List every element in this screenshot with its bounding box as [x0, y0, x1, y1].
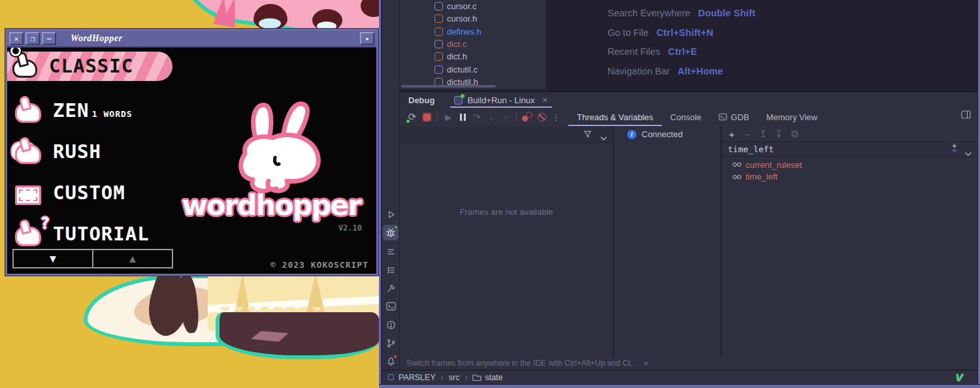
build-hammer-icon[interactable]	[383, 280, 399, 296]
shortcut-keys: Ctrl+E	[668, 46, 697, 57]
variables-pane: i Connected	[614, 126, 721, 357]
mute-breakpoints-icon[interactable]	[534, 110, 549, 124]
pause-icon[interactable]	[455, 110, 470, 124]
problems-icon[interactable]	[383, 317, 399, 332]
structure-icon[interactable]	[383, 244, 399, 259]
add-to-watches-icon[interactable]: +∞	[953, 143, 956, 153]
watch-item[interactable]: time_left	[722, 171, 977, 184]
view-breakpoints-icon[interactable]	[520, 110, 534, 124]
file-type-icon	[434, 14, 443, 23]
breadcrumb-project[interactable]: PARSLEY	[399, 373, 436, 382]
add-icon[interactable]: +	[725, 127, 739, 141]
session-tab-label: Build+Run - Linux	[467, 95, 534, 105]
close-icon[interactable]: ✕	[644, 360, 649, 367]
stop-icon[interactable]	[419, 110, 434, 124]
watch-glasses-icon	[732, 174, 742, 180]
shortcut-hint-row: Recent Files Ctrl+E	[608, 46, 755, 57]
menu-item-label: TUTORIAL	[53, 223, 150, 245]
debugger-view-tab[interactable]: Memory View	[758, 108, 826, 126]
restore-icon[interactable]: ❐	[25, 32, 40, 45]
shortcut-hint-row: Navigation Bar Alt+Home	[608, 66, 755, 76]
copyright-label: © 2023 KOKOSCRIPT	[270, 260, 368, 270]
shortcut-label: Go to File	[608, 27, 649, 38]
notifications-bell-icon[interactable]	[383, 353, 399, 369]
tree-file-item[interactable]: cursor.c	[400, 0, 546, 12]
down-arrow-icon: ▼	[48, 253, 59, 265]
hint-text: Switch frames from anywhere in the IDE w…	[406, 359, 637, 368]
terminal-icon[interactable]	[383, 299, 399, 314]
move-down-icon[interactable]: ↧	[772, 127, 786, 141]
bunny-mascot-icon	[206, 97, 336, 195]
watches-toolbar: + − ↥ ↧ ⧉	[725, 126, 802, 142]
pin-icon[interactable]: ▪	[360, 32, 374, 45]
watches-pane: + − ↥ ↧ ⧉ time_left +∞	[722, 126, 977, 357]
folder-icon	[472, 374, 482, 381]
debugger-view-tabs: Threads & Variables Console GDB Memory V…	[568, 108, 826, 126]
run-icon[interactable]	[383, 206, 399, 222]
watch-item[interactable]: current_ruleset	[722, 159, 977, 171]
debugger-view-tab[interactable]: Console	[662, 108, 710, 126]
chevron-down-icon[interactable]	[600, 133, 607, 142]
remove-icon[interactable]: −	[740, 127, 755, 141]
debug-session-tab[interactable]: Build+Run - Linux ✕	[450, 92, 551, 108]
debugger-view-tab[interactable]: Threads & Variables	[568, 108, 662, 126]
tree-file-item[interactable]: defines.h	[400, 25, 546, 38]
tool-window-strip	[382, 0, 400, 370]
chevron-down-icon[interactable]	[965, 148, 972, 158]
breadcrumb-separator: ›	[441, 373, 444, 382]
breadcrumb-state[interactable]: state	[485, 373, 502, 382]
menu-item[interactable]: ? RUSH	[7, 131, 187, 172]
ide-window: cursor.c cursor.h defines.h dict.c dict.…	[379, 0, 980, 388]
more-options-icon[interactable]: ⋮	[549, 110, 563, 124]
breadcrumb-src[interactable]: src	[449, 373, 460, 382]
watch-glasses-icon	[732, 162, 742, 167]
debug-icon[interactable]	[383, 225, 399, 240]
todo-list-icon[interactable]	[383, 262, 399, 278]
bunny-question-icon: ?	[15, 227, 41, 246]
menu-item[interactable]: ? CLASSIC	[7, 52, 172, 81]
bunny-rush-icon: ?	[15, 144, 41, 164]
minimize-icon[interactable]: —	[42, 32, 56, 45]
tree-file-item[interactable]: dict.c	[400, 38, 546, 50]
tree-file-item[interactable]: dict.h	[400, 50, 546, 63]
watch-expression-input[interactable]: time_left +∞	[722, 142, 977, 157]
file-type-icon	[434, 40, 443, 48]
shortcut-label: Navigation Bar	[608, 66, 670, 76]
layout-settings-icon[interactable]	[961, 110, 971, 121]
step-out-icon[interactable]: ↑	[498, 110, 513, 124]
thread-selector[interactable]	[400, 126, 613, 143]
up-arrow-icon: ▲	[127, 253, 139, 265]
menu-item-sublabel: 1 WORDS	[92, 109, 133, 119]
tree-file-item[interactable]: cursor.h	[400, 12, 546, 25]
game-content: ? CLASSIC ? ZEN 1 WORDS	[7, 48, 376, 274]
view-tab-label: Memory View	[766, 112, 818, 122]
watch-name: current_ruleset	[745, 160, 802, 170]
horizontal-scrollbar[interactable]	[401, 85, 496, 88]
step-into-icon[interactable]: ↓	[484, 110, 498, 124]
debugger-view-tab[interactable]: GDB	[710, 108, 758, 126]
vim-plugin-icon[interactable]: V	[954, 372, 962, 383]
scroll-up-button[interactable]: ▲	[93, 250, 172, 267]
menu-item[interactable]: ? CUSTOM	[7, 172, 187, 214]
shortcut-keys: Double Shift	[698, 8, 756, 18]
debug-panel-title: Debug	[408, 95, 434, 105]
status-text: Connected	[642, 129, 683, 139]
breadcrumb-separator: ›	[465, 373, 467, 382]
menu-item[interactable]: ? ZEN 1 WORDS	[7, 90, 187, 131]
scroll-down-button[interactable]: ▼	[14, 250, 92, 267]
view-tab-label: Console	[670, 112, 702, 122]
rerun-icon[interactable]: ⟳	[405, 110, 419, 124]
move-up-icon[interactable]: ↥	[756, 127, 770, 141]
window-title: WordHopper	[71, 33, 358, 44]
copy-icon[interactable]: ⧉	[787, 127, 802, 141]
shortcut-label: Recent Files	[608, 46, 661, 57]
step-over-icon[interactable]: ↷	[470, 110, 484, 124]
file-name: dict.c	[447, 39, 466, 49]
close-icon[interactable]: ✕	[542, 96, 547, 105]
tree-file-item[interactable]: dictutil.c	[400, 63, 546, 75]
filter-icon[interactable]	[583, 130, 592, 140]
wordhopper-titlebar[interactable]: ✕ ❐ — WordHopper ▪	[7, 31, 376, 48]
close-icon[interactable]: ✕	[9, 32, 24, 45]
resume-icon[interactable]: ▶	[441, 110, 455, 124]
git-branch-icon[interactable]	[383, 335, 399, 351]
